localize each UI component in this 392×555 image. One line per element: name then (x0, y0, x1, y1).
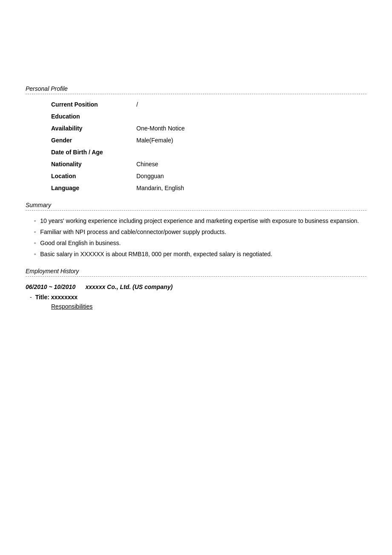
language-label: Language (51, 185, 136, 191)
employment-company-1: xxxxxx Co., Ltd. (US company) (86, 283, 173, 290)
nationality-row: Nationality Chinese (26, 161, 366, 168)
gender-row: Gender Male(Female) (26, 137, 366, 144)
summary-item-1-text: 10 years' working experience including p… (40, 217, 366, 224)
location-row: Location Dongguan (26, 173, 366, 179)
summary-title: Summary (26, 202, 366, 208)
language-value: Mandarin, English (136, 185, 184, 191)
gender-value: Male(Female) (136, 137, 173, 144)
current-position-label: Current Position (51, 101, 136, 108)
employment-history-section: Employment History 06/2010 ~ 10/2010 xxx… (26, 268, 366, 310)
nationality-value: Chinese (136, 161, 158, 168)
availability-value: One-Month Notice (136, 125, 185, 132)
personal-profile-title: Personal Profile (26, 85, 366, 92)
employment-title-row-1: - Title: xxxxxxxx (26, 294, 366, 301)
responsibilities-link-1[interactable]: Responsibilities (26, 303, 366, 310)
personal-profile-section: Personal Profile Current Position / Educ… (26, 85, 366, 191)
availability-label: Availability (51, 125, 136, 132)
summary-divider (26, 210, 366, 211)
dob-label: Date of Birth / Age (51, 149, 136, 156)
summary-item-2-text: Familiar with NPI process and cable/conn… (40, 228, 366, 235)
gender-label: Gender (51, 137, 136, 144)
current-position-row: Current Position / (26, 101, 366, 108)
employment-entry-1: 06/2010 ~ 10/2010 xxxxxx Co., Ltd. (US c… (26, 283, 366, 310)
availability-row: Availability One-Month Notice (26, 125, 366, 132)
employment-header-1: 06/2010 ~ 10/2010 xxxxxx Co., Ltd. (US c… (26, 283, 366, 290)
summary-item-1: 10 years' working experience including p… (34, 217, 366, 224)
education-row: Education (26, 113, 366, 120)
summary-section: Summary 10 years' working experience inc… (26, 202, 366, 257)
employment-dash-1: - (30, 294, 32, 301)
current-position-value: / (136, 101, 138, 108)
location-value: Dongguan (136, 173, 164, 179)
summary-item-4: Basic salary in XXXXXX is about RMB18, 0… (34, 251, 366, 257)
language-row: Language Mandarin, English (26, 185, 366, 191)
summary-item-3-text: Good oral English in business. (40, 240, 366, 246)
summary-item-3: Good oral English in business. (34, 240, 366, 246)
education-label: Education (51, 113, 136, 120)
top-spacer (26, 17, 366, 85)
employment-period-1: 06/2010 ~ 10/2010 (26, 283, 75, 290)
employment-history-divider (26, 276, 366, 277)
summary-item-2: Familiar with NPI process and cable/conn… (34, 228, 366, 235)
location-label: Location (51, 173, 136, 179)
employment-history-title: Employment History (26, 268, 366, 275)
nationality-label: Nationality (51, 161, 136, 168)
summary-list: 10 years' working experience including p… (26, 217, 366, 257)
dob-row: Date of Birth / Age (26, 149, 366, 156)
personal-profile-divider (26, 94, 366, 94)
summary-item-4-text: Basic salary in XXXXXX is about RMB18, 0… (40, 251, 366, 257)
employment-title-label-1: Title: xxxxxxxx (35, 294, 78, 301)
